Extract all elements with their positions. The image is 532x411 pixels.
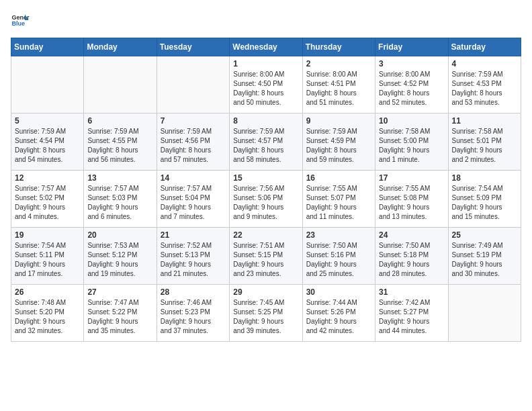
calendar-cell: 5Sunrise: 7:59 AM Sunset: 4:54 PM Daylig… <box>11 113 84 171</box>
day-info: Sunrise: 7:59 AM Sunset: 4:57 PM Dayligh… <box>233 127 298 165</box>
calendar-cell: 13Sunrise: 7:57 AM Sunset: 5:03 PM Dayli… <box>84 171 157 228</box>
calendar-cell: 28Sunrise: 7:46 AM Sunset: 5:23 PM Dayli… <box>157 285 229 342</box>
day-info: Sunrise: 7:57 AM Sunset: 5:02 PM Dayligh… <box>15 184 80 222</box>
day-number: 28 <box>161 287 226 297</box>
day-number: 19 <box>15 230 80 240</box>
weekday-header-tuesday: Tuesday <box>157 38 229 56</box>
day-info: Sunrise: 7:48 AM Sunset: 5:20 PM Dayligh… <box>15 298 80 336</box>
calendar-cell: 30Sunrise: 7:44 AM Sunset: 5:26 PM Dayli… <box>302 285 375 342</box>
calendar-cell: 1Sunrise: 8:00 AM Sunset: 4:50 PM Daylig… <box>230 56 302 113</box>
calendar-cell: 10Sunrise: 7:58 AM Sunset: 5:00 PM Dayli… <box>375 113 448 171</box>
day-info: Sunrise: 7:46 AM Sunset: 5:23 PM Dayligh… <box>161 298 226 336</box>
day-info: Sunrise: 7:54 AM Sunset: 5:11 PM Dayligh… <box>15 241 80 279</box>
calendar-cell: 11Sunrise: 7:58 AM Sunset: 5:01 PM Dayli… <box>448 113 521 171</box>
calendar-table: SundayMondayTuesdayWednesdayThursdayFrid… <box>11 38 521 342</box>
calendar-week-row: 5Sunrise: 7:59 AM Sunset: 4:54 PM Daylig… <box>11 113 521 171</box>
calendar-cell: 12Sunrise: 7:57 AM Sunset: 5:02 PM Dayli… <box>11 171 84 228</box>
calendar-cell: 14Sunrise: 7:57 AM Sunset: 5:04 PM Dayli… <box>157 171 229 228</box>
day-info: Sunrise: 7:51 AM Sunset: 5:15 PM Dayligh… <box>233 241 298 279</box>
calendar-cell: 9Sunrise: 7:59 AM Sunset: 4:59 PM Daylig… <box>302 113 375 171</box>
calendar-cell: 23Sunrise: 7:50 AM Sunset: 5:16 PM Dayli… <box>302 228 375 285</box>
day-info: Sunrise: 7:56 AM Sunset: 5:06 PM Dayligh… <box>233 184 298 222</box>
calendar-cell: 6Sunrise: 7:59 AM Sunset: 4:55 PM Daylig… <box>84 113 157 171</box>
day-number: 29 <box>233 287 298 297</box>
day-info: Sunrise: 7:55 AM Sunset: 5:08 PM Dayligh… <box>379 184 444 222</box>
calendar-cell: 29Sunrise: 7:45 AM Sunset: 5:25 PM Dayli… <box>230 285 302 342</box>
day-number: 30 <box>306 287 371 297</box>
day-info: Sunrise: 8:00 AM Sunset: 4:50 PM Dayligh… <box>233 70 298 107</box>
calendar-cell <box>84 56 157 113</box>
day-number: 5 <box>15 116 80 126</box>
calendar-cell: 7Sunrise: 7:59 AM Sunset: 4:56 PM Daylig… <box>157 113 229 171</box>
calendar-cell: 8Sunrise: 7:59 AM Sunset: 4:57 PM Daylig… <box>230 113 302 171</box>
weekday-header-friday: Friday <box>375 38 448 56</box>
weekday-header-saturday: Saturday <box>448 38 521 56</box>
day-info: Sunrise: 7:59 AM Sunset: 4:56 PM Dayligh… <box>161 127 226 165</box>
day-info: Sunrise: 7:58 AM Sunset: 5:01 PM Dayligh… <box>452 127 517 165</box>
day-info: Sunrise: 7:53 AM Sunset: 5:12 PM Dayligh… <box>87 241 152 279</box>
weekday-header-wednesday: Wednesday <box>230 38 302 56</box>
day-info: Sunrise: 7:54 AM Sunset: 5:09 PM Dayligh… <box>452 184 517 222</box>
day-info: Sunrise: 7:59 AM Sunset: 4:55 PM Dayligh… <box>87 127 152 165</box>
logo-icon: General Blue <box>11 11 30 30</box>
calendar-cell: 21Sunrise: 7:52 AM Sunset: 5:13 PM Dayli… <box>157 228 229 285</box>
day-number: 4 <box>452 59 517 68</box>
calendar-cell: 24Sunrise: 7:50 AM Sunset: 5:18 PM Dayli… <box>375 228 448 285</box>
calendar-cell: 15Sunrise: 7:56 AM Sunset: 5:06 PM Dayli… <box>230 171 302 228</box>
day-number: 31 <box>379 287 444 297</box>
day-number: 10 <box>379 116 444 126</box>
day-number: 24 <box>379 230 444 240</box>
calendar-week-row: 26Sunrise: 7:48 AM Sunset: 5:20 PM Dayli… <box>11 285 521 342</box>
day-number: 26 <box>15 287 80 297</box>
day-number: 23 <box>306 230 371 240</box>
day-info: Sunrise: 7:50 AM Sunset: 5:18 PM Dayligh… <box>379 241 444 279</box>
calendar-cell: 4Sunrise: 7:59 AM Sunset: 4:53 PM Daylig… <box>448 56 521 113</box>
calendar-cell: 16Sunrise: 7:55 AM Sunset: 5:07 PM Dayli… <box>302 171 375 228</box>
day-info: Sunrise: 7:42 AM Sunset: 5:27 PM Dayligh… <box>379 298 444 336</box>
day-info: Sunrise: 8:00 AM Sunset: 4:52 PM Dayligh… <box>379 70 444 107</box>
day-number: 13 <box>87 173 152 183</box>
day-number: 18 <box>452 173 517 183</box>
day-number: 6 <box>87 116 152 126</box>
calendar-week-row: 19Sunrise: 7:54 AM Sunset: 5:11 PM Dayli… <box>11 228 521 285</box>
calendar-cell: 19Sunrise: 7:54 AM Sunset: 5:11 PM Dayli… <box>11 228 84 285</box>
calendar-cell: 20Sunrise: 7:53 AM Sunset: 5:12 PM Dayli… <box>84 228 157 285</box>
weekday-header-thursday: Thursday <box>302 38 375 56</box>
page-header: General Blue <box>11 11 521 30</box>
calendar-cell: 3Sunrise: 8:00 AM Sunset: 4:52 PM Daylig… <box>375 56 448 113</box>
calendar-cell <box>448 285 521 342</box>
day-number: 3 <box>379 59 444 68</box>
weekday-header-row: SundayMondayTuesdayWednesdayThursdayFrid… <box>11 38 521 56</box>
day-number: 14 <box>161 173 226 183</box>
day-number: 1 <box>233 59 298 68</box>
day-number: 20 <box>87 230 152 240</box>
day-number: 21 <box>161 230 226 240</box>
day-info: Sunrise: 7:55 AM Sunset: 5:07 PM Dayligh… <box>306 184 371 222</box>
day-number: 25 <box>452 230 517 240</box>
day-info: Sunrise: 7:44 AM Sunset: 5:26 PM Dayligh… <box>306 298 371 336</box>
calendar-week-row: 1Sunrise: 8:00 AM Sunset: 4:50 PM Daylig… <box>11 56 521 113</box>
svg-text:Blue: Blue <box>11 20 25 27</box>
day-info: Sunrise: 7:57 AM Sunset: 5:03 PM Dayligh… <box>87 184 152 222</box>
calendar-cell: 22Sunrise: 7:51 AM Sunset: 5:15 PM Dayli… <box>230 228 302 285</box>
calendar-cell: 25Sunrise: 7:49 AM Sunset: 5:19 PM Dayli… <box>448 228 521 285</box>
day-info: Sunrise: 7:52 AM Sunset: 5:13 PM Dayligh… <box>161 241 226 279</box>
calendar-cell <box>157 56 229 113</box>
calendar-cell <box>11 56 84 113</box>
day-info: Sunrise: 7:58 AM Sunset: 5:00 PM Dayligh… <box>379 127 444 165</box>
day-info: Sunrise: 7:47 AM Sunset: 5:22 PM Dayligh… <box>87 298 152 336</box>
day-number: 11 <box>452 116 517 126</box>
day-number: 7 <box>161 116 226 126</box>
day-number: 15 <box>233 173 298 183</box>
day-info: Sunrise: 7:49 AM Sunset: 5:19 PM Dayligh… <box>452 241 517 279</box>
day-info: Sunrise: 7:59 AM Sunset: 4:53 PM Dayligh… <box>452 70 517 107</box>
day-number: 2 <box>306 59 371 68</box>
day-number: 9 <box>306 116 371 126</box>
day-number: 12 <box>15 173 80 183</box>
day-number: 27 <box>87 287 152 297</box>
weekday-header-sunday: Sunday <box>11 38 84 56</box>
day-info: Sunrise: 7:57 AM Sunset: 5:04 PM Dayligh… <box>161 184 226 222</box>
day-info: Sunrise: 8:00 AM Sunset: 4:51 PM Dayligh… <box>306 70 371 107</box>
logo: General Blue <box>11 11 30 30</box>
calendar-cell: 17Sunrise: 7:55 AM Sunset: 5:08 PM Dayli… <box>375 171 448 228</box>
